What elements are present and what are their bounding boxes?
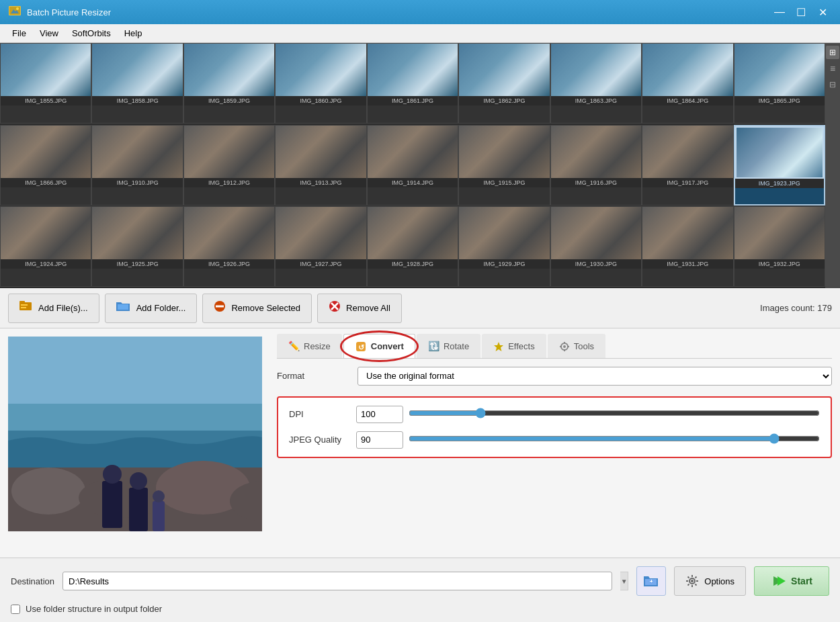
jpeg-quality-input[interactable] xyxy=(356,431,403,449)
thumbnail-item[interactable]: IMG_1929.JPG xyxy=(458,206,550,287)
thumbnail-item[interactable]: IMG_1926.JPG xyxy=(183,206,275,287)
thumbnail-item[interactable]: IMG_1855.JPG xyxy=(0,43,91,124)
thumbnail-name: IMG_1925.JPG xyxy=(92,259,182,269)
thumbnail-item[interactable]: IMG_1864.JPG xyxy=(642,43,733,124)
svg-point-26 xyxy=(153,490,165,502)
jpeg-quality-slider-container xyxy=(409,433,820,447)
thumbnail-item[interactable]: IMG_1925.JPG xyxy=(91,206,183,287)
resize-tab-label: Resize xyxy=(304,341,331,351)
thumbnail-item[interactable]: IMG_1932.JPG xyxy=(734,206,825,287)
thumbnail-name: IMG_1858.JPG xyxy=(92,96,182,105)
menu-softorbits[interactable]: SoftOrbits xyxy=(65,27,118,40)
jpeg-quality-slider[interactable] xyxy=(409,433,820,444)
tab-resize[interactable]: ✏️ Resize xyxy=(277,334,342,358)
start-icon xyxy=(771,575,786,587)
remove-selected-button[interactable]: Remove Selected xyxy=(202,294,312,323)
remove-all-button[interactable]: Remove All xyxy=(317,294,402,323)
thumbnail-name: IMG_1855.JPG xyxy=(1,96,91,105)
bottom-check-row: Use folder structure in output folder xyxy=(0,604,840,622)
jpeg-quality-label: JPEG Quality xyxy=(289,435,356,445)
tab-tools[interactable]: Tools xyxy=(548,334,605,358)
thumbnail-name: IMG_1932.JPG xyxy=(734,259,825,269)
thumbnail-item[interactable]: IMG_1927.JPG xyxy=(275,206,366,287)
add-files-button[interactable]: Add File(s)... xyxy=(8,294,99,323)
dpi-input[interactable] xyxy=(356,406,403,423)
thumbnail-item[interactable]: IMG_1914.JPG xyxy=(367,125,458,206)
dpi-slider-container xyxy=(409,408,820,421)
tab-rotate[interactable]: 🔃 Rotate xyxy=(417,334,480,358)
main-content: IMG_1855.JPG IMG_1858.JPG IMG_1859.JPG I… xyxy=(0,43,840,622)
svg-rect-25 xyxy=(153,501,165,531)
close-button[interactable]: ✕ xyxy=(813,3,832,21)
menu-file[interactable]: File xyxy=(5,27,33,40)
add-folder-button[interactable]: Add Folder... xyxy=(105,294,198,323)
destination-dropdown-button[interactable]: ▼ xyxy=(620,572,628,590)
thumbnail-item[interactable]: IMG_1865.JPG xyxy=(734,43,825,124)
thumbnail-panel: IMG_1855.JPG IMG_1858.JPG IMG_1859.JPG I… xyxy=(0,43,840,288)
thumbnail-name: IMG_1928.JPG xyxy=(368,259,458,269)
app-icon xyxy=(8,5,22,19)
thumbnail-name: IMG_1864.JPG xyxy=(642,96,732,105)
menu-view[interactable]: View xyxy=(33,27,65,40)
dpi-slider[interactable] xyxy=(409,408,820,418)
folder-structure-checkbox[interactable] xyxy=(11,605,20,614)
thumbnail-item[interactable]: IMG_1916.JPG xyxy=(550,125,642,206)
folder-icon xyxy=(643,574,659,588)
svg-point-17 xyxy=(11,468,85,515)
right-panel: ✏️ Resize ↺ Convert 🔃 Ro xyxy=(269,328,840,558)
gear-icon xyxy=(685,574,699,588)
thumbnail-name: IMG_1865.JPG xyxy=(734,96,825,105)
thumbnail-name: IMG_1927.JPG xyxy=(276,259,366,269)
svg-rect-7 xyxy=(21,307,26,308)
thumbnail-item[interactable]: IMG_1928.JPG xyxy=(367,206,458,287)
format-label: Format xyxy=(277,371,358,381)
thumbnail-item[interactable]: IMG_1861.JPG xyxy=(367,43,458,124)
svg-point-24 xyxy=(130,472,147,490)
svg-line-44 xyxy=(688,577,689,578)
thumbnail-item[interactable]: IMG_1912.JPG xyxy=(183,125,275,206)
format-select[interactable]: Use the original format JPEG PNG BMP TIF… xyxy=(358,367,832,386)
browse-folder-button[interactable] xyxy=(636,566,666,596)
thumbnail-item[interactable]: IMG_1917.JPG xyxy=(642,125,733,206)
tab-effects[interactable]: Effects xyxy=(482,334,546,358)
thumbnail-item[interactable]: IMG_1862.JPG xyxy=(458,43,550,124)
list-view-button[interactable]: ≡ xyxy=(826,62,839,75)
preview-panel xyxy=(0,328,269,558)
thumbnail-item[interactable]: IMG_1915.JPG xyxy=(458,125,550,206)
view-mode-sidebar: ⊞ ≡ ⊟ xyxy=(825,43,840,288)
maximize-button[interactable]: ☐ xyxy=(792,3,810,21)
options-button[interactable]: Options xyxy=(674,566,746,596)
window-controls: — ☐ ✕ xyxy=(770,3,832,21)
svg-line-46 xyxy=(696,577,697,578)
thumbnail-item[interactable]: IMG_1924.JPG xyxy=(0,206,91,287)
thumbnail-name: IMG_1917.JPG xyxy=(642,178,732,187)
thumbnail-item[interactable]: IMG_1866.JPG xyxy=(0,125,91,206)
thumbnail-item[interactable]: IMG_1913.JPG xyxy=(275,125,366,206)
thumbnail-item[interactable]: IMG_1923.JPG xyxy=(734,125,825,206)
minimize-button[interactable]: — xyxy=(770,3,789,21)
destination-input[interactable] xyxy=(62,572,612,590)
thumbnail-item[interactable]: IMG_1863.JPG xyxy=(550,43,642,124)
thumbnail-name: IMG_1859.JPG xyxy=(184,96,274,105)
jpeg-quality-row: JPEG Quality xyxy=(289,431,820,449)
images-count: Images count: 179 xyxy=(760,303,832,313)
thumbnail-name: IMG_1914.JPG xyxy=(368,178,458,187)
thumbnail-item[interactable]: IMG_1859.JPG xyxy=(183,43,275,124)
thumbnail-item[interactable]: IMG_1931.JPG xyxy=(642,206,733,287)
thumbnail-item[interactable]: IMG_1858.JPG xyxy=(91,43,183,124)
thumbnail-name: IMG_1862.JPG xyxy=(459,96,549,105)
add-files-label: Add File(s)... xyxy=(38,303,88,313)
thumbnail-item[interactable]: IMG_1930.JPG xyxy=(550,206,642,287)
svg-point-31 xyxy=(563,345,566,348)
thumbnail-name: IMG_1923.JPG xyxy=(735,179,824,188)
menu-help[interactable]: Help xyxy=(118,27,149,40)
tab-convert[interactable]: ↺ Convert xyxy=(343,334,415,358)
tools-tab-icon xyxy=(559,341,570,352)
thumbnail-name: IMG_1931.JPG xyxy=(642,259,732,269)
thumbnail-item[interactable]: IMG_1910.JPG xyxy=(91,125,183,206)
thumbnail-view-button[interactable]: ⊞ xyxy=(826,46,839,59)
svg-point-22 xyxy=(103,465,122,484)
grid-view-button[interactable]: ⊟ xyxy=(826,78,839,91)
thumbnail-item[interactable]: IMG_1860.JPG xyxy=(275,43,366,124)
start-button[interactable]: Start xyxy=(754,566,829,596)
